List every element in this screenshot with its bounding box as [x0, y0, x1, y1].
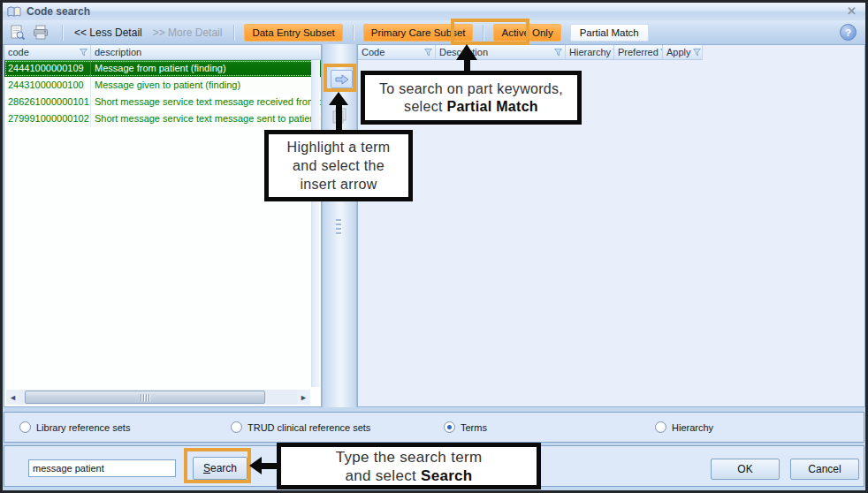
- scrollbar-track[interactable]: [19, 390, 297, 405]
- ok-button[interactable]: OK: [711, 459, 780, 480]
- callout-search: Type the search term and select Search: [277, 443, 541, 489]
- arrow-up-icon: [456, 44, 477, 60]
- partial-match-button[interactable]: Partial Match: [570, 24, 649, 42]
- arrow-up-icon: [329, 92, 348, 105]
- radio-selected-icon[interactable]: [444, 421, 455, 433]
- column-header-code[interactable]: Code: [358, 45, 436, 59]
- term-results-panel: code description 24441000000109 Message …: [4, 44, 322, 407]
- code-search-dialog: Code search ✕ << Less Detail >> More Det…: [0, 0, 868, 493]
- data-entry-subset-button[interactable]: Data Entry Subset: [244, 24, 342, 42]
- table-row[interactable]: 286261000000101 Short message service te…: [4, 94, 321, 110]
- primary-care-subset-button[interactable]: Primary Care Subset: [363, 24, 474, 42]
- callout-partial-match: To search on part keywords, select Parti…: [361, 71, 582, 125]
- arrow-shaft: [336, 102, 342, 131]
- print-preview-icon[interactable]: [10, 25, 26, 41]
- table-row[interactable]: 24431000000100 Message given to patient …: [4, 77, 321, 94]
- right-arrow-icon: [335, 74, 349, 85]
- radio-library-reference-sets[interactable]: Library reference sets: [19, 421, 130, 433]
- radio-icon[interactable]: [231, 421, 242, 433]
- close-icon[interactable]: ✕: [847, 4, 857, 18]
- dialog-title: Code search: [27, 5, 90, 18]
- column-header-code[interactable]: code: [4, 45, 91, 59]
- partial-match-wrap: Partial Match: [570, 24, 649, 42]
- radio-hierarchy[interactable]: Hierarchy: [655, 421, 713, 433]
- toolbar: << Less Detail >> More Detail Data Entry…: [3, 20, 865, 45]
- filter-icon[interactable]: [554, 49, 562, 57]
- less-detail-button[interactable]: << Less Detail: [74, 27, 142, 39]
- column-header-description[interactable]: description: [91, 45, 321, 59]
- toolbar-separator: [62, 25, 63, 41]
- left-table-header: code description: [4, 45, 321, 60]
- scrollbar-thumb[interactable]: [25, 391, 265, 404]
- toolbar-separator: [353, 25, 354, 41]
- search-input[interactable]: [28, 459, 176, 477]
- arrow-left-icon: [249, 457, 262, 474]
- table-row[interactable]: 279991000000102 Short message service te…: [4, 110, 321, 127]
- more-detail-button: >> More Detail: [153, 27, 223, 39]
- filter-icon[interactable]: [693, 49, 701, 57]
- toolbar-separator: [483, 25, 483, 41]
- title-bar: Code search ✕: [3, 3, 865, 21]
- right-table-header: Code Description Hierarchy Preferred App…: [358, 45, 703, 60]
- arrow-shaft: [259, 463, 278, 469]
- filter-icon[interactable]: [424, 49, 432, 57]
- column-header-preferred[interactable]: Preferred: [614, 45, 663, 59]
- book-icon: [7, 6, 21, 18]
- horizontal-scrollbar[interactable]: ◄ ►: [6, 390, 310, 405]
- insert-arrow-button[interactable]: [331, 70, 353, 88]
- search-mode-panel: Library reference sets TRUD clinical ref…: [4, 412, 864, 443]
- arrow-shaft: [464, 59, 470, 72]
- search-button[interactable]: Search: [193, 457, 247, 480]
- splitter-grip: [336, 219, 341, 234]
- radio-terms[interactable]: Terms: [444, 421, 487, 433]
- print-icon[interactable]: [33, 25, 49, 41]
- scroll-left-icon[interactable]: ◄: [6, 390, 19, 405]
- help-icon[interactable]: ?: [840, 24, 857, 41]
- cancel-button[interactable]: Cancel: [790, 459, 859, 480]
- column-header-hierarchy[interactable]: Hierarchy: [566, 45, 614, 59]
- table-row[interactable]: 24441000000109 Message from patient (fin…: [4, 60, 321, 77]
- radio-trud-clinical-reference-sets[interactable]: TRUD clinical reference sets: [231, 421, 370, 433]
- vertical-scrollbar[interactable]: [311, 60, 320, 387]
- active-only-button[interactable]: Active Only: [493, 24, 560, 42]
- filter-icon[interactable]: [80, 49, 88, 57]
- radio-icon[interactable]: [19, 421, 31, 433]
- scroll-right-icon[interactable]: ►: [297, 390, 310, 405]
- toolbar-separator: [233, 25, 234, 41]
- radio-icon[interactable]: [655, 421, 666, 433]
- callout-insert-arrow: Highlight a term and select the insert a…: [264, 130, 413, 201]
- column-header-apply[interactable]: Apply: [663, 45, 701, 59]
